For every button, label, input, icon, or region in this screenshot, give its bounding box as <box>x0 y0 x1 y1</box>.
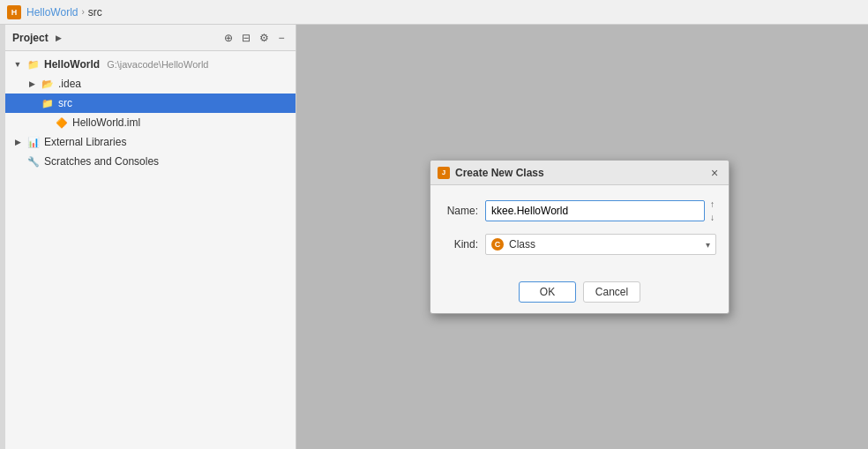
src-label: src <box>58 97 72 109</box>
dialog-body: Name: Kind: C <box>430 185 729 274</box>
idea-label: .idea <box>58 78 81 90</box>
ok-button[interactable]: OK <box>519 281 576 303</box>
main-content: Search Everywhere Double Shift Drop file… <box>296 25 863 449</box>
helloworld-label: HelloWorld <box>44 58 100 71</box>
sort-button[interactable] <box>708 196 716 225</box>
sidebar-settings-button[interactable]: ⊟ <box>239 31 253 45</box>
kind-value-label: Class <box>509 238 700 251</box>
extlib-label: External Libraries <box>44 136 126 148</box>
helloworld-path: G:\javacode\HelloWorld <box>107 59 208 70</box>
cancel-button[interactable]: Cancel <box>583 281 640 303</box>
dialog-name-row: Name: <box>443 196 716 225</box>
sidebar: Project ⊕ ⊟ ⚙ − 📁 HelloWorld G:\javacode… <box>5 25 296 449</box>
tree-item-src[interactable]: 📁 src <box>5 94 296 113</box>
sidebar-gear-button[interactable]: ⚙ <box>257 31 271 45</box>
project-tree: 📁 HelloWorld G:\javacode\HelloWorld 📂 .i… <box>5 51 296 449</box>
sidebar-add-button[interactable]: ⊕ <box>221 31 236 45</box>
tree-item-helloworld-iml[interactable]: 🔶 HelloWorld.iml <box>5 113 296 132</box>
scratches-label: Scratches and Consoles <box>44 155 159 168</box>
extlib-arrow <box>12 137 23 147</box>
right-bar <box>863 25 868 449</box>
class-icon: C <box>491 238 504 251</box>
dialog-footer: OK Cancel <box>430 274 729 313</box>
tree-item-helloworld[interactable]: 📁 HelloWorld G:\javacode\HelloWorld <box>5 55 296 74</box>
breadcrumb-helloworld[interactable]: HelloWorld <box>26 6 78 19</box>
sidebar-header: Project ⊕ ⊟ ⚙ − <box>5 25 296 51</box>
sidebar-minimize-button[interactable]: − <box>274 31 288 45</box>
src-icon: 📁 <box>41 96 55 110</box>
dialog-titlebar: J Create New Class × <box>430 161 729 185</box>
helloworld-arrow <box>12 59 23 70</box>
dialog-close-button[interactable]: × <box>707 166 722 180</box>
title-bar: H HelloWorld › src <box>0 0 868 25</box>
iml-icon: 🔶 <box>55 116 69 130</box>
sidebar-header-actions: ⊕ ⊟ ⚙ − <box>221 31 288 45</box>
kind-label: Kind: <box>443 238 478 251</box>
breadcrumb: HelloWorld › src <box>26 6 102 19</box>
sort-down-icon <box>710 211 715 223</box>
scratches-icon: 🔧 <box>26 154 41 168</box>
iml-label: HelloWorld.iml <box>72 116 140 129</box>
dialog-logo: J <box>438 167 450 179</box>
dialog-title-left: J Create New Class <box>438 167 544 179</box>
name-input[interactable] <box>485 200 705 221</box>
tree-item-scratches[interactable]: 🔧 Scratches and Consoles <box>5 152 296 171</box>
helloworld-icon: 📁 <box>26 57 41 71</box>
extlib-icon: 📊 <box>26 135 41 149</box>
kind-chevron-icon: ▾ <box>706 240 710 250</box>
sort-up-icon <box>710 198 715 210</box>
app-logo: H <box>7 5 21 19</box>
kind-select[interactable]: C Class ▾ <box>485 234 716 255</box>
dialog-title-text: Create New Class <box>455 167 544 179</box>
sidebar-title: Project <box>12 32 49 44</box>
idea-icon: 📂 <box>41 77 55 91</box>
create-new-class-dialog: J Create New Class × Name: <box>430 160 730 314</box>
tree-item-idea[interactable]: 📂 .idea <box>5 74 296 94</box>
idea-arrow <box>26 79 37 89</box>
sidebar-collapse-arrow[interactable] <box>54 33 64 43</box>
breadcrumb-src: src <box>88 6 102 19</box>
sidebar-header-left: Project <box>12 32 64 44</box>
dialog-overlay: J Create New Class × Name: <box>296 25 863 449</box>
name-label: Name: <box>443 205 478 217</box>
tree-item-external-libraries[interactable]: 📊 External Libraries <box>5 132 296 152</box>
breadcrumb-sep-1: › <box>81 7 84 17</box>
name-input-wrap <box>485 196 716 225</box>
dialog-kind-row: Kind: C Class ▾ <box>443 234 716 255</box>
